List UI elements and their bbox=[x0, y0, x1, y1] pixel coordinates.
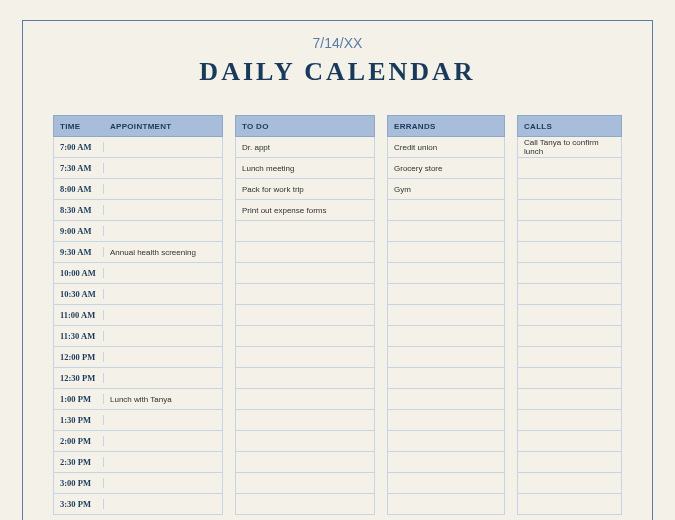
calls-cell: Call Tanya to confirm lunch bbox=[518, 138, 621, 156]
todo-row: Print out expense forms bbox=[235, 200, 375, 221]
time-cell: 9:00 AM bbox=[54, 226, 104, 236]
calls-row bbox=[517, 263, 622, 284]
errands-row bbox=[387, 389, 505, 410]
errands-row bbox=[387, 410, 505, 431]
todo-row bbox=[235, 368, 375, 389]
header-errands: ERRANDS bbox=[387, 115, 505, 137]
time-cell: 10:00 AM bbox=[54, 268, 104, 278]
errands-row bbox=[387, 326, 505, 347]
errands-row bbox=[387, 200, 505, 221]
calls-row bbox=[517, 221, 622, 242]
errands-row bbox=[387, 473, 505, 494]
todo-row bbox=[235, 305, 375, 326]
column-errands: ERRANDS Credit unionGrocery storeGym bbox=[387, 115, 505, 515]
appointment-row: 12:30 PM bbox=[53, 368, 223, 389]
calendar-date: 7/14/XX bbox=[53, 35, 622, 51]
appointment-row: 11:00 AM bbox=[53, 305, 223, 326]
appointment-row: 8:30 AM bbox=[53, 200, 223, 221]
column-appointment: TIME APPOINTMENT 7:00 AM7:30 AM8:00 AM8:… bbox=[53, 115, 223, 515]
errands-row: Grocery store bbox=[387, 158, 505, 179]
columns-container: TIME APPOINTMENT 7:00 AM7:30 AM8:00 AM8:… bbox=[53, 115, 622, 515]
todo-row bbox=[235, 326, 375, 347]
appointment-cell: Annual health screening bbox=[104, 248, 222, 257]
appointment-row: 3:30 PM bbox=[53, 494, 223, 515]
time-cell: 3:30 PM bbox=[54, 499, 104, 509]
todo-row bbox=[235, 263, 375, 284]
errands-cell: Grocery store bbox=[388, 164, 504, 173]
calls-row bbox=[517, 305, 622, 326]
errands-row bbox=[387, 452, 505, 473]
todo-row bbox=[235, 431, 375, 452]
appointment-row: 1:00 PMLunch with Tanya bbox=[53, 389, 223, 410]
todo-row bbox=[235, 347, 375, 368]
calls-row bbox=[517, 368, 622, 389]
header-calls: CALLS bbox=[517, 115, 622, 137]
todo-row bbox=[235, 494, 375, 515]
header-todo: TO DO bbox=[235, 115, 375, 137]
calls-row bbox=[517, 200, 622, 221]
header-errands-label: ERRANDS bbox=[388, 122, 504, 131]
time-cell: 3:00 PM bbox=[54, 478, 104, 488]
errands-row bbox=[387, 284, 505, 305]
time-cell: 8:30 AM bbox=[54, 205, 104, 215]
header-appointment: TIME APPOINTMENT bbox=[53, 115, 223, 137]
time-cell: 1:00 PM bbox=[54, 394, 104, 404]
appointment-row: 7:30 AM bbox=[53, 158, 223, 179]
column-calls: CALLS Call Tanya to confirm lunch bbox=[517, 115, 622, 515]
calls-row bbox=[517, 179, 622, 200]
todo-row bbox=[235, 389, 375, 410]
todo-row bbox=[235, 284, 375, 305]
header-todo-label: TO DO bbox=[236, 122, 374, 131]
time-cell: 7:00 AM bbox=[54, 142, 104, 152]
calls-row bbox=[517, 410, 622, 431]
time-cell: 2:30 PM bbox=[54, 457, 104, 467]
errands-row bbox=[387, 494, 505, 515]
todo-cell: Lunch meeting bbox=[236, 164, 374, 173]
time-cell: 9:30 AM bbox=[54, 247, 104, 257]
calls-row bbox=[517, 242, 622, 263]
time-cell: 12:00 PM bbox=[54, 352, 104, 362]
time-cell: 2:00 PM bbox=[54, 436, 104, 446]
calls-row: Call Tanya to confirm lunch bbox=[517, 137, 622, 158]
calls-row bbox=[517, 452, 622, 473]
errands-row bbox=[387, 368, 505, 389]
todo-row: Lunch meeting bbox=[235, 158, 375, 179]
time-cell: 11:00 AM bbox=[54, 310, 104, 320]
calls-row bbox=[517, 326, 622, 347]
time-cell: 11:30 AM bbox=[54, 331, 104, 341]
errands-row: Credit union bbox=[387, 137, 505, 158]
todo-row bbox=[235, 452, 375, 473]
appointment-row: 10:00 AM bbox=[53, 263, 223, 284]
appointment-row: 11:30 AM bbox=[53, 326, 223, 347]
errands-cell: Credit union bbox=[388, 143, 504, 152]
header-calls-label: CALLS bbox=[518, 122, 621, 131]
time-cell: 10:30 AM bbox=[54, 289, 104, 299]
calendar-title: DAILY CALENDAR bbox=[53, 57, 622, 87]
appointment-row: 10:30 AM bbox=[53, 284, 223, 305]
errands-cell: Gym bbox=[388, 185, 504, 194]
todo-row bbox=[235, 221, 375, 242]
header-time-label: TIME bbox=[54, 122, 104, 131]
calls-row bbox=[517, 158, 622, 179]
appointment-row: 2:00 PM bbox=[53, 431, 223, 452]
appointment-row: 9:00 AM bbox=[53, 221, 223, 242]
appointment-row: 9:30 AMAnnual health screening bbox=[53, 242, 223, 263]
errands-row bbox=[387, 305, 505, 326]
errands-row bbox=[387, 221, 505, 242]
todo-row: Dr. appt bbox=[235, 137, 375, 158]
calls-row bbox=[517, 494, 622, 515]
todo-row bbox=[235, 242, 375, 263]
errands-row bbox=[387, 263, 505, 284]
appointment-row: 2:30 PM bbox=[53, 452, 223, 473]
calls-row bbox=[517, 284, 622, 305]
todo-cell: Print out expense forms bbox=[236, 206, 374, 215]
calls-row bbox=[517, 431, 622, 452]
todo-row: Pack for work trip bbox=[235, 179, 375, 200]
appointment-row: 12:00 PM bbox=[53, 347, 223, 368]
calls-row bbox=[517, 389, 622, 410]
calls-row bbox=[517, 347, 622, 368]
calendar-frame: 7/14/XX DAILY CALENDAR TIME APPOINTMENT … bbox=[22, 20, 653, 520]
todo-cell: Dr. appt bbox=[236, 143, 374, 152]
header-appointment-label: APPOINTMENT bbox=[104, 122, 222, 131]
appointment-row: 1:30 PM bbox=[53, 410, 223, 431]
